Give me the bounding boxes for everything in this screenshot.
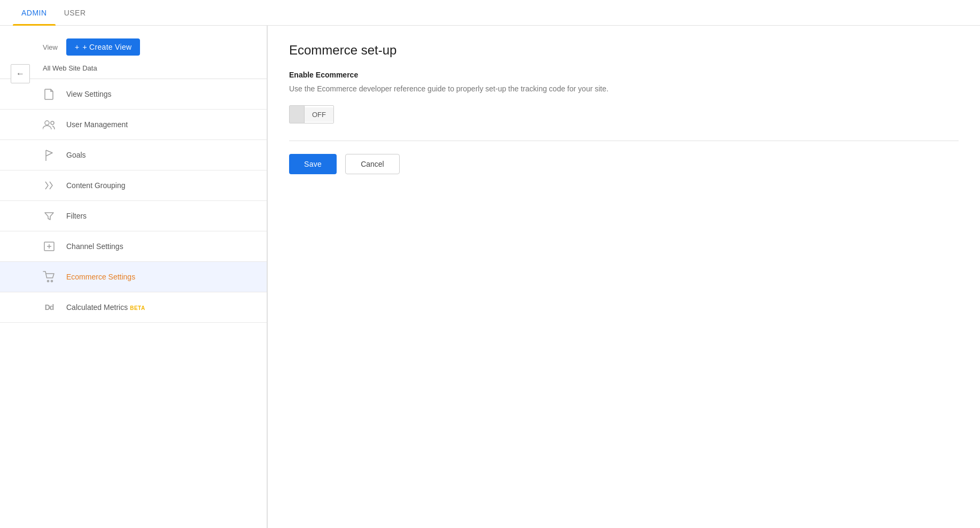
action-buttons: Save Cancel — [289, 154, 959, 174]
content-grouping-label: Content Grouping — [66, 181, 126, 190]
user-management-label: User Management — [66, 120, 128, 129]
sidebar-item-ecommerce-settings[interactable]: Ecommerce Settings — [0, 262, 267, 292]
svg-point-4 — [51, 281, 53, 282]
toggle-label: OFF — [305, 107, 333, 122]
plus-icon: + — [75, 43, 79, 51]
channel-settings-label: Channel Settings — [66, 242, 123, 251]
section-description: Use the Ecommerce developer reference gu… — [289, 83, 959, 95]
ecommerce-toggle[interactable]: OFF — [289, 105, 959, 123]
view-section: View + + Create View — [0, 34, 267, 62]
page-title: Ecommerce set-up — [289, 43, 959, 58]
view-label: View — [43, 43, 58, 51]
top-navigation: ADMIN USER — [0, 0, 980, 26]
svg-point-0 — [45, 121, 49, 125]
calculated-metrics-label: Calculated MetricsBETA — [66, 303, 145, 312]
flag-icon — [43, 149, 56, 161]
content-area: Ecommerce set-up Enable Ecommerce Use th… — [268, 26, 980, 528]
create-view-label: + Create View — [82, 43, 131, 51]
tab-admin[interactable]: ADMIN — [13, 0, 56, 26]
save-button[interactable]: Save — [289, 154, 337, 174]
ecommerce-settings-label: Ecommerce Settings — [66, 273, 135, 281]
sidebar-item-channel-settings[interactable]: Channel Settings — [0, 231, 267, 262]
section-title: Enable Ecommerce — [289, 71, 959, 79]
sidebar-item-view-settings[interactable]: View Settings — [0, 79, 267, 110]
beta-badge: BETA — [130, 305, 145, 311]
view-settings-label: View Settings — [66, 90, 112, 98]
toggle-switch[interactable]: OFF — [289, 105, 334, 123]
dd-icon: Dd — [43, 301, 56, 314]
document-icon — [43, 88, 56, 100]
cart-icon — [43, 270, 56, 283]
back-button[interactable]: ← — [11, 64, 30, 83]
site-name: All Web Site Data — [0, 62, 267, 79]
svg-point-3 — [48, 281, 49, 282]
tab-user[interactable]: USER — [56, 0, 95, 26]
main-layout: ← View + + Create View All Web Site Data — [0, 26, 980, 528]
channel-icon — [43, 240, 56, 253]
section-divider — [289, 141, 959, 141]
sidebar-item-user-management[interactable]: User Management — [0, 110, 267, 140]
sidebar: ← View + + Create View All Web Site Data — [0, 26, 267, 528]
toggle-handle — [290, 106, 305, 123]
filter-icon — [43, 209, 56, 222]
filters-label: Filters — [66, 212, 87, 220]
sidebar-item-calculated-metrics[interactable]: Dd Calculated MetricsBETA — [0, 292, 267, 323]
svg-point-1 — [51, 121, 54, 125]
sidebar-item-filters[interactable]: Filters — [0, 201, 267, 231]
content-grouping-icon — [43, 179, 56, 192]
sidebar-item-content-grouping[interactable]: Content Grouping — [0, 170, 267, 201]
sidebar-item-goals[interactable]: Goals — [0, 140, 267, 170]
goals-label: Goals — [66, 151, 86, 159]
users-icon — [43, 118, 56, 131]
create-view-button[interactable]: + + Create View — [66, 38, 140, 56]
nav-items-list: View Settings User Management — [0, 79, 267, 323]
cancel-button[interactable]: Cancel — [345, 154, 400, 174]
back-arrow-icon: ← — [16, 69, 25, 79]
